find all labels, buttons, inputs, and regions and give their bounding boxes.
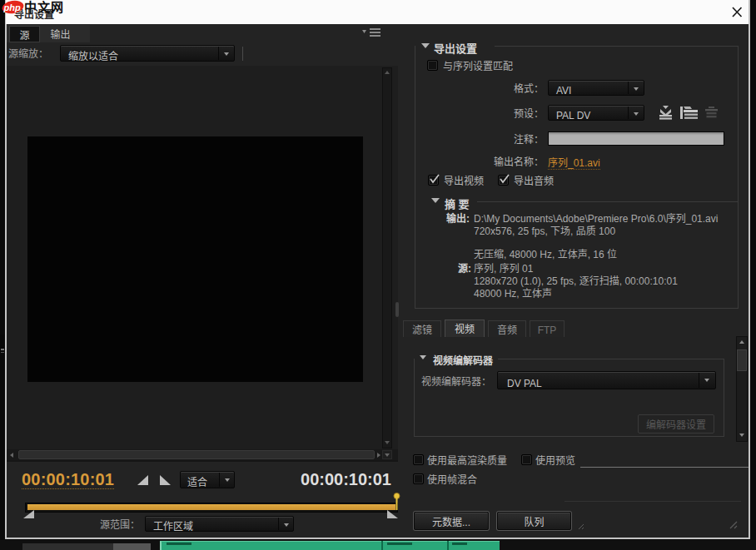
svg-text:中文网: 中文网 (24, 0, 64, 15)
svg-text:php: php (3, 2, 21, 12)
